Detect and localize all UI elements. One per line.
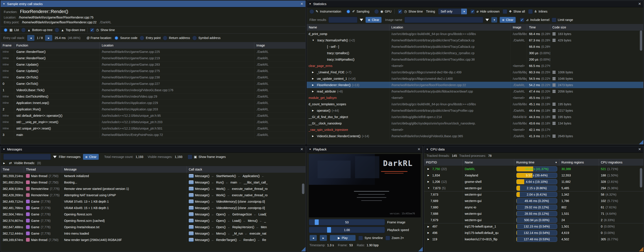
- column-header[interactable]: Name: [463, 159, 514, 166]
- message-row[interactable]: 382,504,746nsGame(7,776)Opening /forest.…: [1, 211, 306, 218]
- filter-funnel-icon[interactable]: [360, 19, 363, 21]
- sample-frame-row[interactable]: inlinestd::__uniq_ptr_impl<>::reset()/us…: [1, 119, 306, 125]
- playback-speed-slider[interactable]: 1.00: [309, 227, 385, 233]
- callstack-icon[interactable]: [189, 174, 194, 178]
- include-kernel-checkbox[interactable]: ⊿ Include kernel: [520, 18, 550, 22]
- message-row[interactable]: 381,559,214nsMain thread(7,750)Network i…: [1, 173, 306, 179]
- stack-function[interactable]: _: [264, 219, 266, 222]
- column-header[interactable]: Function: [14, 42, 100, 49]
- stats-row[interactable]: ▶FloorRenderer::Render()(+13)/home/wolf/…: [307, 82, 643, 88]
- message-row[interactable]: 382,647,488nsGame(7,776)Opening /meta/re…: [1, 224, 306, 230]
- sample-frame-row[interactable]: inlinestd::default_delete<>::operator()(…: [1, 112, 306, 119]
- limit-range-checkbox[interactable]: Limit range: [552, 18, 573, 22]
- message-filter-input[interactable]: [3, 154, 51, 160]
- stack-function[interactable]: VideoMemory() [clone .constprop.0]: [216, 200, 265, 203]
- show-time-checkbox[interactable]: ◷Show time: [90, 28, 115, 32]
- checkbox[interactable]: [386, 236, 390, 240]
- column-header-running-time[interactable]: Running time▼: [514, 159, 560, 166]
- column-header[interactable]: Time: [1, 166, 24, 173]
- image-funnel-icon[interactable]: [486, 19, 489, 21]
- radio-option-list[interactable]: ▦List: [3, 28, 19, 32]
- chevron-down-icon[interactable]: ▼: [461, 8, 467, 14]
- callstack-icon[interactable]: [189, 232, 194, 235]
- stack-function[interactable]: Load(: [258, 212, 266, 216]
- collapse-icon[interactable]: ▼: [309, 148, 311, 150]
- radio[interactable]: [310, 9, 314, 14]
- stack-function[interactable]: Message(): [195, 238, 210, 242]
- close-icon[interactable]: ✕: [418, 148, 420, 151]
- stats-row[interactable]: ▶VideoGLBase::RenderContent()(+14)/home/…: [307, 133, 643, 139]
- play-button[interactable]: ▶ Play: [330, 235, 356, 241]
- stack-function[interactable]: Message(): [195, 174, 210, 178]
- sample-frame-row[interactable]: 2Application::Run()/home/wolf/darkrl/src…: [1, 106, 306, 112]
- radio-option-entry-point[interactable]: Entry point: [140, 36, 160, 40]
- stack-function[interactable]: Men: [261, 225, 267, 229]
- radio[interactable]: [54, 28, 59, 32]
- resize-grip[interactable]: [639, 140, 643, 144]
- location-path[interactable]: /home/wolf/darkrl/src/game/floor/FloorRe…: [19, 16, 94, 19]
- sync-timeline-checkbox[interactable]: Sync timeline: [358, 236, 383, 240]
- radio[interactable]: [374, 9, 379, 14]
- sample-frame-row[interactable]: inlineGame::RenderFloor()/home/wolf/dark…: [1, 55, 306, 62]
- checkbox[interactable]: [552, 18, 556, 22]
- collapse-icon[interactable]: ▼: [3, 148, 5, 150]
- stack-function[interactable]: execute_native_thread_ro: [232, 187, 268, 190]
- show-time-checkbox[interactable]: ◷ Show time: [398, 9, 423, 14]
- cpu-thread-row[interactable]: ▶1,206(12)gnome-shell4.64 s (19.10%)11,6…: [424, 178, 643, 185]
- collapse-icon[interactable]: ▼: [3, 3, 5, 5]
- sample-frame-row[interactable]: 3main/home/wolf/darkrl/src/EntryPointPos…: [1, 132, 306, 138]
- cpu-thread-row[interactable]: ▼7,673(5)wezterm-gui2.15 s (8.86%)5,4852…: [424, 185, 643, 191]
- radio[interactable]: [114, 36, 119, 40]
- column-header[interactable]: Frame: [1, 42, 14, 49]
- sample-frame-row[interactable]: inlineApplication::InnerLoop()/home/wolf…: [1, 100, 306, 106]
- cpu-thread-row[interactable]: 7,679wezterm-gui500.94 µs (0.00%)242(8.3…: [424, 217, 643, 223]
- checkbox[interactable]: [502, 9, 507, 14]
- column-header[interactable]: Location: [100, 42, 254, 49]
- stats-row[interactable]: __GI__clock_nanosleep/usr/src/debug/glib…: [307, 120, 643, 126]
- column-header[interactable]: PID/TID: [424, 159, 463, 166]
- stack-function[interactable]: _M_run: [232, 232, 243, 235]
- cpu-scrollbar[interactable]: [640, 168, 642, 188]
- expand-icon[interactable]: ▼: [312, 39, 314, 42]
- radio[interactable]: [192, 36, 197, 40]
- stack-function[interactable]: Load(): [232, 219, 241, 222]
- cpu-thread-row[interactable]: 7,689wezterm-gui49.46 ms (0.20%)1,786102…: [424, 198, 643, 204]
- close-icon[interactable]: ✕: [300, 148, 303, 151]
- stats-row[interactable]: ▶uw_update_context_1(+14)/usr/src/debug/…: [307, 75, 643, 82]
- expand-icon[interactable]: ▶: [428, 238, 429, 240]
- next-frame-button[interactable]: ▸: [320, 235, 327, 241]
- expand-icon[interactable]: ▶: [3, 162, 5, 164]
- sample-frame-row[interactable]: inlineGame::OnTick()/home/wolf/darkrl/sr…: [1, 74, 306, 80]
- column-header[interactable]: Call stack: [187, 166, 306, 173]
- resize-grip[interactable]: [639, 247, 643, 251]
- stack-function[interactable]: GetImageSize: [232, 212, 252, 216]
- messages-scrollbar[interactable]: [302, 184, 304, 194]
- clear-messages-filter-button[interactable]: ⊗Clear: [83, 154, 99, 160]
- callstack-icon[interactable]: [189, 193, 194, 197]
- column-header[interactable]: CPU migrations: [599, 159, 643, 166]
- prev-frame-button[interactable]: ◂: [310, 235, 317, 241]
- radio-option-gpu[interactable]: ◉GPU: [374, 9, 392, 14]
- expand-icon[interactable]: ▶: [428, 232, 429, 234]
- stack-function[interactable]: Message(): [195, 232, 210, 235]
- expand-icon[interactable]: ▼: [428, 187, 430, 189]
- clear-filter-button[interactable]: ⊗Clear: [366, 17, 382, 23]
- stats-row[interactable]: ▶read_attribute(+8)/home/wolf/darkrl/con…: [307, 88, 643, 94]
- column-header[interactable]: Image: [511, 24, 527, 30]
- column-header[interactable]: Location: [390, 24, 511, 30]
- message-row[interactable]: 382,712,444nsGame(7,776)Intro menu loade…: [1, 230, 306, 236]
- resize-grip[interactable]: [301, 247, 306, 251]
- stack-function[interactable]: Work(): [216, 187, 225, 190]
- stats-panel-titlebar[interactable]: ▼ Statistics ✕: [307, 1, 643, 7]
- expand-icon[interactable]: ▶: [312, 135, 314, 137]
- sample-frame-row[interactable]: 0Game::OnTick()/home/wolf/darkrl/src/gam…: [1, 80, 306, 87]
- expand-icon[interactable]: ▶: [428, 168, 429, 170]
- stack-function[interactable]: __libc_start_call_: [244, 181, 268, 184]
- stack-function[interactable]: Open(): [216, 219, 226, 222]
- column-header[interactable]: Code size: [550, 24, 643, 30]
- stats-row[interactable]: __GI_dl_find_dso_for_object/usr/src/debu…: [307, 114, 643, 120]
- radio-option-instrumentation[interactable]: ✎Instrumentation: [310, 9, 341, 14]
- message-row[interactable]: 382,449,712nsGame(7,776)VRAM 37x45: 13 +…: [1, 198, 306, 205]
- callstack-icon[interactable]: [189, 238, 194, 242]
- stats-row[interactable]: ▼tracy::NormalizePath()(+2)/home/wolf/da…: [307, 37, 643, 44]
